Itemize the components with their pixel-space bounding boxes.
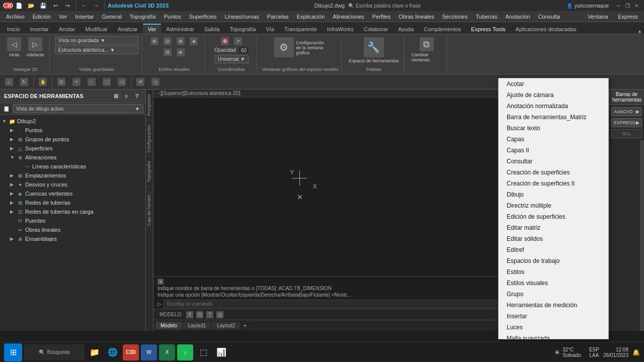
tab-transparente[interactable]: Transparente (279, 25, 322, 34)
search-taskbar[interactable]: 🔍 Búsqueda (24, 344, 85, 360)
tab-express-tools[interactable]: Express Tools (466, 25, 510, 34)
tab-modelo[interactable]: Modelo (155, 322, 182, 329)
tab-layout1[interactable]: Layout1 (183, 322, 211, 329)
menu-edicion[interactable]: Edición (29, 13, 55, 21)
menu-creacion-superficies[interactable]: Creación de superficies (499, 167, 608, 178)
zoom-in-btn[interactable]: + (70, 77, 83, 87)
menu-parcelas[interactable]: Parcelas (263, 13, 293, 21)
tree-item-ensamblajes[interactable]: ▶ ⊕ Ensamblajes (2, 234, 143, 243)
tab-layout2[interactable]: Layout2 (212, 322, 240, 329)
tree-item-redes[interactable]: ▶ ⊞ Redes de tuberías (2, 198, 143, 207)
menu-topografia[interactable]: Topografía (126, 13, 160, 21)
zoom-out-btn[interactable]: − (86, 77, 98, 87)
saved-view-dropdown[interactable]: Vista no guardada ▼ (55, 36, 139, 45)
new-icon[interactable]: 📄 (14, 1, 24, 11)
tree-item-cuencas[interactable]: ▶ ◈ Cuencas vertientes (2, 189, 143, 198)
configuracion-tab[interactable]: Configuración (146, 120, 153, 157)
coord-btn2[interactable]: ↗ (232, 36, 244, 46)
panel-view-dropdown[interactable]: Vista de dibujo activo ▼ (13, 104, 143, 113)
menu-ver[interactable]: Ver (55, 13, 71, 21)
visual-btn3[interactable]: ⊠ (175, 36, 187, 46)
tab-modificar[interactable]: Modificar (80, 25, 113, 34)
taskbar-extra1[interactable]: ⬚ (195, 344, 211, 360)
menu-puntos[interactable]: Puntos (160, 13, 185, 21)
visual-btn2[interactable]: ⊟ (162, 36, 174, 46)
tab-aplicaciones[interactable]: Aplicaciones destacadas (511, 25, 582, 34)
menu-editref[interactable]: Editref (499, 244, 608, 255)
topografia-tab[interactable]: Topografía (146, 156, 153, 187)
visual-btn6[interactable]: ⊕ (175, 47, 187, 57)
tree-item-lineas[interactable]: ─ Líneas características (2, 162, 143, 171)
tab-infraworks[interactable]: InfraWorks (322, 25, 359, 34)
tab-ayuda[interactable]: Ayuda (393, 25, 419, 34)
add-layout-btn[interactable]: + (241, 322, 249, 330)
zoom-prev-btn[interactable]: ◁ (116, 77, 128, 87)
change-windows-btn[interactable]: ⧉ Cambiar ventanas (410, 36, 444, 63)
menu-express[interactable]: Express (614, 13, 642, 21)
structure-dropdown[interactable]: Estructura alámbrica... ▼ (55, 46, 139, 54)
menu-consulta[interactable]: Consulta (534, 13, 564, 21)
tree-item-emplaz[interactable]: ▶ ⊠ Emplazamientos (2, 171, 143, 180)
menu-lineas[interactable]: Líneas/curvas (220, 13, 263, 21)
tree-item-alineaciones[interactable]: ▼ ⊕ Alineaciones (2, 153, 143, 162)
zoom-window-btn[interactable]: ⬚ (101, 77, 113, 87)
ortho-btn[interactable]: ⊤ (206, 311, 213, 318)
menu-estilos[interactable]: Estilos (499, 266, 608, 278)
caja-tab[interactable]: Caja de herram... (146, 187, 153, 230)
autocad-btn[interactable]: AutoCAD ▶ (611, 107, 642, 116)
tab-topografia[interactable]: Topografía (225, 25, 261, 34)
notifications-btn[interactable]: 🔔 (632, 349, 640, 356)
menu-tuberias[interactable]: Tuberías (471, 13, 501, 21)
tree-item-redes-carga[interactable]: ▶ ⊡ Redes de tuberías en carga (2, 207, 143, 216)
taskbar-excel[interactable]: X (159, 344, 175, 360)
polar-btn[interactable]: ◎ (216, 311, 223, 318)
taskbar-civil3d[interactable]: C3D (123, 344, 139, 360)
menu-capas[interactable]: Capas (499, 134, 608, 145)
tab-administrar[interactable]: Administrar (161, 25, 199, 34)
app-icon[interactable]: C3D (4, 2, 12, 9)
model-status[interactable]: MODELO (157, 312, 183, 317)
menu-estilos-visuales[interactable]: Estilos visuales (499, 278, 608, 289)
pan-btn[interactable]: ✋ (37, 77, 49, 87)
tab-complementos[interactable]: Complementos (419, 25, 466, 34)
tab-salida[interactable]: Salida (199, 25, 225, 34)
menu-barra-matriz[interactable]: Barra de herramientas_Matriz (499, 112, 608, 123)
home-btn[interactable]: ⌂ (3, 77, 15, 87)
close-btn[interactable]: ✕ (633, 2, 640, 9)
right-scrollbar[interactable] (640, 140, 644, 331)
panel-list-icon[interactable]: ≡ (122, 92, 131, 101)
menu-editar-matriz[interactable]: Editar matriz (499, 222, 608, 233)
panel-tb-icon1[interactable]: 📋 (2, 104, 11, 113)
save-icon[interactable]: 💾 (38, 1, 48, 11)
visual-btn1[interactable]: ⊞ (148, 36, 160, 46)
command-close-btn[interactable]: ✕ (157, 279, 164, 285)
tab-insertar[interactable]: Insertar (25, 25, 54, 34)
tab-analizar[interactable]: Analizar (113, 25, 143, 34)
menu-luces[interactable]: Luces (499, 322, 608, 333)
menu-anotacion-norm[interactable]: Anotación normalizada (499, 101, 608, 112)
view3d-btn[interactable]: ◇ (149, 77, 162, 87)
nav-forward-icon[interactable]: → (91, 1, 101, 11)
tree-item-obras[interactable]: ═ Obras lineales (2, 225, 143, 234)
menu-espacios-trabajo[interactable]: Espacios de trabajo (499, 255, 608, 266)
tab-ver[interactable]: Ver (143, 24, 162, 34)
tools-palette-btn[interactable]: 🔧 Espacio de herramientas (347, 36, 401, 64)
minimize-btn[interactable]: ─ (615, 2, 622, 9)
zoom-extents-btn[interactable]: ⊡ (55, 77, 67, 87)
tree-item-superficies[interactable]: ▶ △ Superficies (2, 144, 143, 153)
taskbar-spotify[interactable]: ♪ (177, 344, 193, 360)
taskbar-word[interactable]: W (141, 344, 157, 360)
menu-superficies[interactable]: Superficies (185, 13, 220, 21)
tab-via[interactable]: Vía (261, 25, 279, 34)
menu-creacion-superficies-ii[interactable]: Creación de superficies II (499, 178, 608, 189)
prospector-tab[interactable]: Prospector (146, 89, 153, 120)
menu-anotacion[interactable]: Anotación (501, 13, 534, 21)
menu-insertar-dd[interactable]: Insertar (499, 311, 608, 322)
panel-help-icon[interactable]: ? (132, 92, 141, 101)
scl-btn[interactable]: SCL (611, 129, 642, 138)
nav-back-icon[interactable]: ← (79, 1, 89, 11)
coord-btn1[interactable]: 🎯 (219, 36, 231, 46)
menu-insertar[interactable]: Insertar (71, 13, 98, 21)
visual-btn5[interactable]: ⧉ (162, 47, 174, 57)
menu-edicion-superficies[interactable]: Edición de superficies (499, 211, 608, 222)
